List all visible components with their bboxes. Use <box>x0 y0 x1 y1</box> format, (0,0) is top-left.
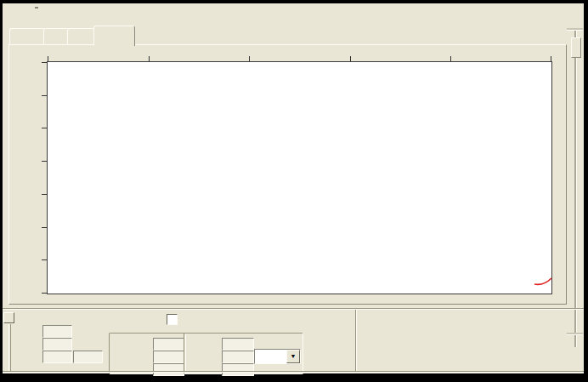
y-axis-tick-label <box>15 254 41 264</box>
delta-label <box>12 352 41 362</box>
width-label <box>109 339 150 349</box>
y-axis-tick-label <box>15 156 41 165</box>
height-label <box>182 339 219 349</box>
x-axis-tick-label <box>534 47 568 56</box>
noise-label <box>182 352 219 362</box>
h-reference-label <box>107 365 150 374</box>
panel-divider <box>3 308 584 310</box>
column-header-dt2 <box>61 314 95 323</box>
y-axis-tick-label <box>15 90 41 100</box>
width-field[interactable] <box>153 338 184 351</box>
right-scrollbar-end <box>567 333 583 335</box>
x-axis-tick-label <box>132 47 166 56</box>
cursor2-value-field[interactable] <box>42 338 72 351</box>
status-divider <box>3 371 584 373</box>
toolbar-button-ez[interactable] <box>35 7 38 9</box>
logo-swoosh <box>534 277 552 286</box>
close-panel-button[interactable] <box>3 312 14 323</box>
panel-grip <box>10 324 11 371</box>
right-scrollbar-end <box>567 28 583 31</box>
tab-rlgc[interactable] <box>67 28 95 45</box>
y-axis-tick-label <box>15 222 41 231</box>
tab-tdrt[interactable] <box>9 28 45 45</box>
right-scrollbar-thumb[interactable] <box>571 37 581 58</box>
peak-jitter-label <box>104 352 150 362</box>
cursor2-label <box>12 339 41 349</box>
delta-t2-field[interactable] <box>73 351 103 363</box>
y-axis-tick-label <box>15 288 41 297</box>
tab-eye-diagram[interactable] <box>93 26 135 46</box>
chevron-down-icon[interactable]: ▼ <box>286 350 300 363</box>
x-axis-tick-label <box>433 47 467 56</box>
delta-time-field[interactable] <box>42 351 72 363</box>
noise-level-dropdown[interactable]: ▼ <box>254 349 301 364</box>
y-axis-tick-label <box>15 123 41 132</box>
x-axis-tick-label <box>31 47 65 56</box>
panel-grip[interactable] <box>8 324 9 371</box>
x-axis-tick-label <box>232 47 266 56</box>
peak-jitter-field[interactable] <box>153 351 184 363</box>
v-reference-field[interactable] <box>222 363 254 376</box>
cursor1-value-field[interactable] <box>42 325 72 338</box>
y-axis-tick-label <box>15 189 41 198</box>
v-reference-label <box>178 365 219 374</box>
x-axis-tick-label <box>333 47 367 56</box>
height-field[interactable] <box>222 338 254 351</box>
eye-diagram-plot[interactable] <box>48 62 551 294</box>
noise-field[interactable] <box>222 351 254 363</box>
panel-separator <box>355 310 357 372</box>
y-axis-tick-label <box>15 57 41 66</box>
tab-sf[interactable] <box>43 28 69 45</box>
cursor1-label <box>12 327 41 336</box>
right-scrollbar-track[interactable] <box>574 31 577 347</box>
enable-eye-measurements-checkbox[interactable] <box>167 314 178 325</box>
